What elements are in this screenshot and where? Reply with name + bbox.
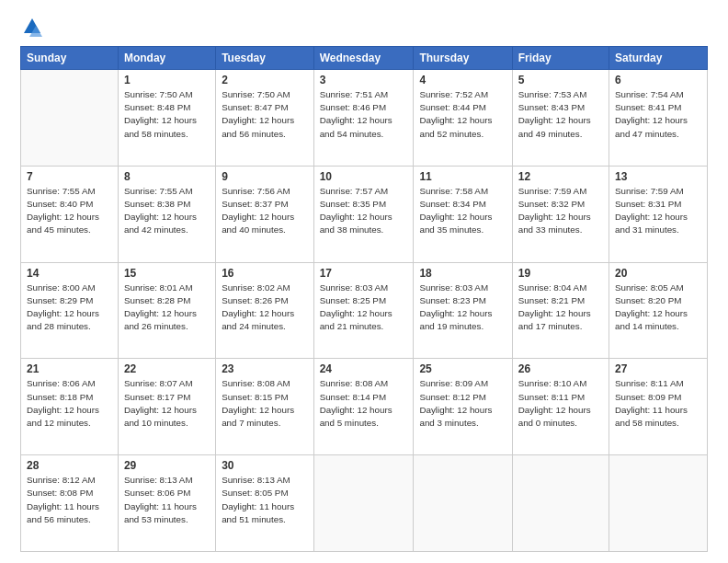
day-cell: 21Sunrise: 8:06 AM Sunset: 8:18 PM Dayli… bbox=[21, 359, 119, 455]
day-number: 8 bbox=[124, 170, 210, 183]
day-info: Sunrise: 7:54 AM Sunset: 8:41 PM Dayligh… bbox=[615, 88, 701, 141]
day-cell bbox=[414, 455, 512, 552]
day-cell: 5Sunrise: 7:53 AM Sunset: 8:43 PM Daylig… bbox=[512, 70, 609, 167]
day-info: Sunrise: 7:51 AM Sunset: 8:46 PM Dayligh… bbox=[320, 88, 408, 141]
day-info: Sunrise: 8:12 AM Sunset: 8:08 PM Dayligh… bbox=[27, 474, 112, 526]
day-number: 12 bbox=[518, 170, 603, 183]
day-info: Sunrise: 8:03 AM Sunset: 8:23 PM Dayligh… bbox=[419, 282, 506, 334]
day-info: Sunrise: 8:07 AM Sunset: 8:17 PM Dayligh… bbox=[124, 377, 210, 430]
header-cell-wednesday: Wednesday bbox=[313, 47, 414, 70]
day-info: Sunrise: 8:03 AM Sunset: 8:25 PM Dayligh… bbox=[320, 282, 408, 334]
day-cell: 30Sunrise: 8:13 AM Sunset: 8:05 PM Dayli… bbox=[216, 455, 314, 552]
day-info: Sunrise: 8:01 AM Sunset: 8:28 PM Dayligh… bbox=[124, 282, 210, 334]
day-cell: 28Sunrise: 8:12 AM Sunset: 8:08 PM Dayli… bbox=[21, 455, 119, 552]
day-info: Sunrise: 8:05 AM Sunset: 8:20 PM Dayligh… bbox=[615, 282, 701, 334]
day-number: 14 bbox=[27, 267, 112, 280]
calendar-table: SundayMondayTuesdayWednesdayThursdayFrid… bbox=[20, 46, 708, 552]
day-number: 13 bbox=[615, 170, 701, 183]
week-row-5: 28Sunrise: 8:12 AM Sunset: 8:08 PM Dayli… bbox=[21, 455, 708, 552]
week-row-3: 14Sunrise: 8:00 AM Sunset: 8:29 PM Dayli… bbox=[21, 262, 708, 359]
day-cell: 12Sunrise: 7:59 AM Sunset: 8:32 PM Dayli… bbox=[512, 166, 609, 262]
header-cell-saturday: Saturday bbox=[609, 47, 708, 70]
day-number: 15 bbox=[124, 267, 210, 280]
day-cell: 11Sunrise: 7:58 AM Sunset: 8:34 PM Dayli… bbox=[414, 166, 512, 262]
day-info: Sunrise: 8:00 AM Sunset: 8:29 PM Dayligh… bbox=[27, 282, 112, 334]
day-cell: 19Sunrise: 8:04 AM Sunset: 8:21 PM Dayli… bbox=[512, 262, 609, 359]
day-number: 6 bbox=[615, 74, 701, 86]
day-cell bbox=[21, 70, 119, 167]
day-cell: 2Sunrise: 7:50 AM Sunset: 8:47 PM Daylig… bbox=[216, 70, 314, 167]
week-row-4: 21Sunrise: 8:06 AM Sunset: 8:18 PM Dayli… bbox=[21, 359, 708, 455]
day-info: Sunrise: 7:53 AM Sunset: 8:43 PM Dayligh… bbox=[518, 88, 603, 141]
day-number: 4 bbox=[419, 74, 506, 86]
day-number: 26 bbox=[518, 362, 603, 375]
day-number: 22 bbox=[124, 362, 210, 375]
day-number: 9 bbox=[222, 170, 308, 183]
day-info: Sunrise: 7:50 AM Sunset: 8:47 PM Dayligh… bbox=[222, 88, 308, 141]
day-info: Sunrise: 8:02 AM Sunset: 8:26 PM Dayligh… bbox=[222, 282, 308, 334]
day-info: Sunrise: 8:08 AM Sunset: 8:14 PM Dayligh… bbox=[320, 377, 408, 430]
day-number: 3 bbox=[320, 74, 408, 86]
day-number: 16 bbox=[222, 267, 308, 280]
day-cell: 22Sunrise: 8:07 AM Sunset: 8:17 PM Dayli… bbox=[118, 359, 215, 455]
day-cell: 14Sunrise: 8:00 AM Sunset: 8:29 PM Dayli… bbox=[21, 262, 119, 359]
page: SundayMondayTuesdayWednesdayThursdayFrid… bbox=[0, 0, 728, 563]
day-info: Sunrise: 8:10 AM Sunset: 8:11 PM Dayligh… bbox=[518, 377, 603, 430]
day-cell: 13Sunrise: 7:59 AM Sunset: 8:31 PM Dayli… bbox=[609, 166, 708, 262]
header-cell-monday: Monday bbox=[118, 47, 215, 70]
day-info: Sunrise: 8:06 AM Sunset: 8:18 PM Dayligh… bbox=[27, 377, 112, 430]
header-row: SundayMondayTuesdayWednesdayThursdayFrid… bbox=[21, 47, 708, 70]
day-number: 30 bbox=[222, 459, 308, 472]
day-cell: 16Sunrise: 8:02 AM Sunset: 8:26 PM Dayli… bbox=[216, 262, 314, 359]
day-number: 28 bbox=[27, 459, 112, 472]
day-number: 19 bbox=[518, 267, 603, 280]
day-number: 25 bbox=[419, 362, 506, 375]
day-number: 1 bbox=[124, 74, 210, 86]
day-info: Sunrise: 8:04 AM Sunset: 8:21 PM Dayligh… bbox=[518, 282, 603, 334]
day-cell: 9Sunrise: 7:56 AM Sunset: 8:37 PM Daylig… bbox=[216, 166, 314, 262]
day-number: 17 bbox=[320, 267, 408, 280]
day-number: 10 bbox=[320, 170, 408, 183]
day-info: Sunrise: 8:11 AM Sunset: 8:09 PM Dayligh… bbox=[615, 377, 701, 430]
header-cell-sunday: Sunday bbox=[21, 47, 119, 70]
day-number: 29 bbox=[124, 459, 210, 472]
day-cell: 6Sunrise: 7:54 AM Sunset: 8:41 PM Daylig… bbox=[609, 70, 708, 167]
day-info: Sunrise: 8:09 AM Sunset: 8:12 PM Dayligh… bbox=[419, 377, 506, 430]
logo bbox=[20, 17, 42, 37]
day-number: 23 bbox=[222, 362, 308, 375]
day-info: Sunrise: 7:59 AM Sunset: 8:32 PM Dayligh… bbox=[518, 185, 603, 237]
day-number: 7 bbox=[27, 170, 112, 183]
day-number: 21 bbox=[27, 362, 112, 375]
day-cell bbox=[512, 455, 609, 552]
day-info: Sunrise: 7:52 AM Sunset: 8:44 PM Dayligh… bbox=[419, 88, 506, 141]
day-cell: 18Sunrise: 8:03 AM Sunset: 8:23 PM Dayli… bbox=[414, 262, 512, 359]
day-info: Sunrise: 7:55 AM Sunset: 8:38 PM Dayligh… bbox=[124, 185, 210, 237]
day-cell: 25Sunrise: 8:09 AM Sunset: 8:12 PM Dayli… bbox=[414, 359, 512, 455]
day-info: Sunrise: 7:58 AM Sunset: 8:34 PM Dayligh… bbox=[419, 185, 506, 237]
day-number: 27 bbox=[615, 362, 701, 375]
day-cell: 10Sunrise: 7:57 AM Sunset: 8:35 PM Dayli… bbox=[313, 166, 414, 262]
day-cell: 27Sunrise: 8:11 AM Sunset: 8:09 PM Dayli… bbox=[609, 359, 708, 455]
day-cell bbox=[609, 455, 708, 552]
header bbox=[20, 17, 708, 37]
day-cell: 4Sunrise: 7:52 AM Sunset: 8:44 PM Daylig… bbox=[414, 70, 512, 167]
day-number: 2 bbox=[222, 74, 308, 86]
logo-icon bbox=[22, 17, 42, 37]
day-cell: 23Sunrise: 8:08 AM Sunset: 8:15 PM Dayli… bbox=[216, 359, 314, 455]
day-info: Sunrise: 8:13 AM Sunset: 8:06 PM Dayligh… bbox=[124, 474, 210, 526]
day-cell: 26Sunrise: 8:10 AM Sunset: 8:11 PM Dayli… bbox=[512, 359, 609, 455]
header-cell-friday: Friday bbox=[512, 47, 609, 70]
day-cell: 7Sunrise: 7:55 AM Sunset: 8:40 PM Daylig… bbox=[21, 166, 119, 262]
day-cell: 20Sunrise: 8:05 AM Sunset: 8:20 PM Dayli… bbox=[609, 262, 708, 359]
day-cell: 29Sunrise: 8:13 AM Sunset: 8:06 PM Dayli… bbox=[118, 455, 215, 552]
day-cell: 3Sunrise: 7:51 AM Sunset: 8:46 PM Daylig… bbox=[313, 70, 414, 167]
day-number: 11 bbox=[419, 170, 506, 183]
header-cell-tuesday: Tuesday bbox=[216, 47, 314, 70]
day-cell: 1Sunrise: 7:50 AM Sunset: 8:48 PM Daylig… bbox=[118, 70, 215, 167]
day-info: Sunrise: 7:56 AM Sunset: 8:37 PM Dayligh… bbox=[222, 185, 308, 237]
day-number: 24 bbox=[320, 362, 408, 375]
day-number: 5 bbox=[518, 74, 603, 86]
day-cell: 15Sunrise: 8:01 AM Sunset: 8:28 PM Dayli… bbox=[118, 262, 215, 359]
day-cell: 8Sunrise: 7:55 AM Sunset: 8:38 PM Daylig… bbox=[118, 166, 215, 262]
week-row-1: 1Sunrise: 7:50 AM Sunset: 8:48 PM Daylig… bbox=[21, 70, 708, 167]
